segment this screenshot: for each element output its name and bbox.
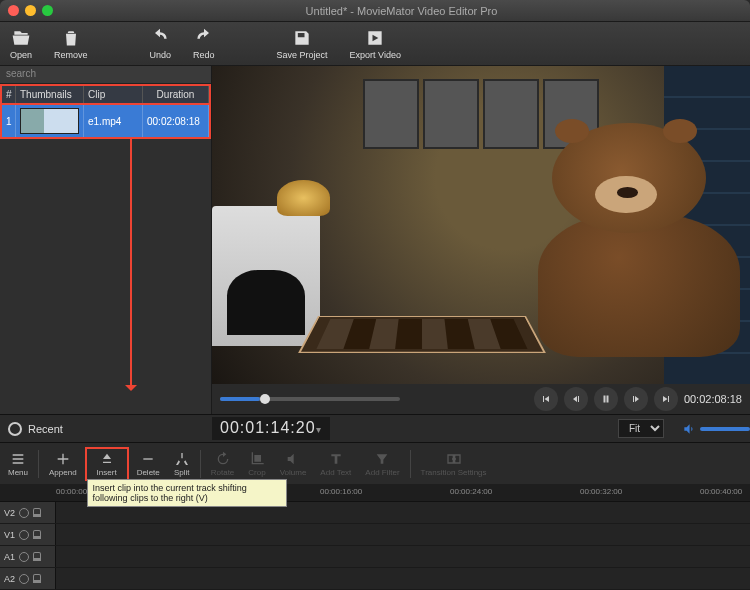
- zoom-window-icon[interactable]: [42, 5, 53, 16]
- redo-label: Redo: [193, 50, 215, 60]
- undo-label: Undo: [150, 50, 172, 60]
- append-button[interactable]: Append: [43, 449, 83, 479]
- playlist-row[interactable]: 1 e1.mp4 00:02:08:18: [0, 105, 211, 139]
- search-input[interactable]: search: [0, 66, 211, 84]
- minimize-window-icon[interactable]: [25, 5, 36, 16]
- track-body[interactable]: [56, 524, 750, 545]
- pause-icon: [600, 393, 612, 405]
- add-text-button[interactable]: Add Text: [314, 449, 357, 479]
- col-index[interactable]: #: [2, 86, 16, 103]
- close-window-icon[interactable]: [8, 5, 19, 16]
- undo-button[interactable]: Undo: [150, 28, 172, 60]
- track-label[interactable]: A2: [0, 568, 56, 589]
- delete-label: Delete: [137, 468, 160, 477]
- play-pause-button[interactable]: [594, 387, 618, 411]
- track-label[interactable]: V2: [0, 502, 56, 523]
- insert-button[interactable]: Insert: [91, 449, 123, 479]
- playback-controls: 00:02:08:18: [212, 384, 750, 414]
- undo-icon: [150, 28, 170, 48]
- track-row[interactable]: A2: [0, 568, 750, 590]
- export-video-button[interactable]: Export Video: [350, 28, 401, 60]
- save-label: Save Project: [277, 50, 328, 60]
- row-thumbnail: [16, 105, 84, 137]
- recent-label: Recent: [28, 423, 63, 435]
- append-label: Append: [49, 468, 77, 477]
- zoom-fit-select[interactable]: Fit: [618, 419, 664, 438]
- track-label[interactable]: V1: [0, 524, 56, 545]
- plus-icon: [55, 451, 71, 467]
- text-icon: [328, 451, 344, 467]
- lock-icon[interactable]: [33, 574, 41, 583]
- export-icon: [365, 28, 385, 48]
- crop-button[interactable]: Crop: [242, 449, 271, 479]
- timecode-value: 00:01:14:20: [220, 419, 316, 436]
- open-button[interactable]: Open: [10, 28, 32, 60]
- volume-button[interactable]: Volume: [274, 449, 313, 479]
- transition-button[interactable]: Transition Settings: [415, 449, 493, 479]
- playlist-header: # Thumbnails Clip Duration: [0, 84, 211, 105]
- ruler-tick: 00:00:24:00: [450, 487, 492, 496]
- rotate-label: Rotate: [211, 468, 235, 477]
- ruler-tick: 00:00:16:00: [320, 487, 362, 496]
- rotate-button[interactable]: Rotate: [205, 449, 241, 479]
- video-preview[interactable]: [212, 66, 750, 384]
- eye-icon[interactable]: [19, 552, 29, 562]
- add-filter-button[interactable]: Add Filter: [359, 449, 405, 479]
- timecode-display[interactable]: 00:01:14:20▾: [212, 417, 330, 440]
- eye-icon[interactable]: [19, 508, 29, 518]
- prev-frame-icon: [570, 393, 582, 405]
- next-frame-button[interactable]: [624, 387, 648, 411]
- ruler-tick: 00:00:32:00: [580, 487, 622, 496]
- lock-icon[interactable]: [33, 508, 41, 517]
- transition-label: Transition Settings: [421, 468, 487, 477]
- redo-button[interactable]: Redo: [193, 28, 215, 60]
- menu-icon: [10, 451, 26, 467]
- save-project-button[interactable]: Save Project: [277, 28, 328, 60]
- menu-label: Menu: [8, 468, 28, 477]
- mid-bar: Recent 00:01:14:20▾ Fit: [0, 414, 750, 442]
- volume-label: Volume: [280, 468, 307, 477]
- col-clip[interactable]: Clip: [84, 86, 143, 103]
- main-toolbar: Open Remove Undo Redo Save Project Expor…: [0, 22, 750, 66]
- eye-icon[interactable]: [19, 574, 29, 584]
- prev-frame-button[interactable]: [564, 387, 588, 411]
- redo-icon: [194, 28, 214, 48]
- trash-icon: [61, 28, 81, 48]
- recent-button[interactable]: Recent: [0, 422, 212, 436]
- col-duration[interactable]: Duration: [143, 86, 209, 103]
- col-thumbnails[interactable]: Thumbnails: [16, 86, 84, 103]
- annotation-arrow: [130, 139, 132, 389]
- open-icon: [11, 28, 31, 48]
- split-button[interactable]: Split: [168, 449, 196, 479]
- track-body[interactable]: [56, 568, 750, 589]
- seek-slider[interactable]: [220, 397, 400, 401]
- titlebar: Untitled* - MovieMator Video Editor Pro: [0, 0, 750, 22]
- insert-down-icon: [99, 451, 115, 467]
- skip-start-button[interactable]: [534, 387, 558, 411]
- lock-icon[interactable]: [33, 552, 41, 561]
- scene-bg: [212, 66, 750, 384]
- track-body[interactable]: [56, 546, 750, 567]
- menu-button[interactable]: Menu: [2, 449, 34, 479]
- remove-button[interactable]: Remove: [54, 28, 88, 60]
- timeline-toolbar: Menu Append Insert Insert clip into the …: [0, 442, 750, 484]
- track-row[interactable]: A1: [0, 546, 750, 568]
- row-clip: e1.mp4: [84, 105, 143, 137]
- checkers-board: [298, 316, 545, 353]
- track-row[interactable]: V1: [0, 524, 750, 546]
- thumbnail-image: [20, 108, 79, 134]
- skip-start-icon: [540, 393, 552, 405]
- export-label: Export Video: [350, 50, 401, 60]
- save-icon: [292, 28, 312, 48]
- track-label[interactable]: A1: [0, 546, 56, 567]
- volume2-icon: [285, 451, 301, 467]
- lock-icon[interactable]: [33, 530, 41, 539]
- next-frame-icon: [630, 393, 642, 405]
- eye-icon[interactable]: [19, 530, 29, 540]
- minus-icon: [140, 451, 156, 467]
- delete-button[interactable]: Delete: [131, 449, 166, 479]
- volume-control[interactable]: [682, 422, 750, 436]
- filter-icon: [374, 451, 390, 467]
- skip-end-button[interactable]: [654, 387, 678, 411]
- addfilter-label: Add Filter: [365, 468, 399, 477]
